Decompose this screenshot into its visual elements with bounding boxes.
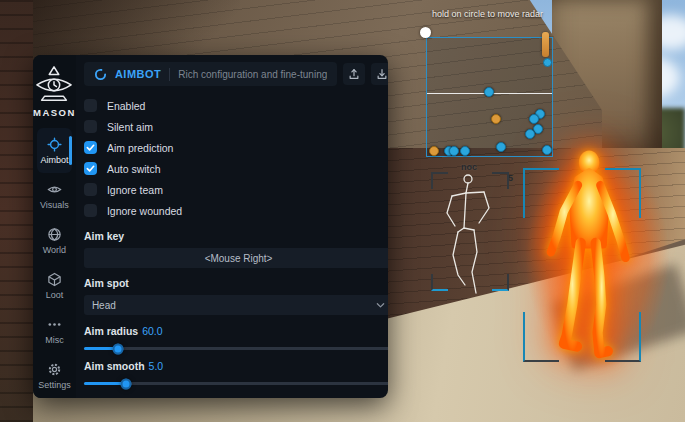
sidebar-item-settings[interactable]: Settings — [37, 353, 72, 398]
globe-icon — [47, 227, 62, 242]
slider-label: Aim radius60.0 — [84, 325, 388, 337]
gear-icon — [47, 362, 62, 377]
checkbox-aim-prediction[interactable] — [84, 141, 97, 154]
radar-dot-orange — [429, 146, 439, 156]
dots-icon — [47, 317, 62, 332]
toggle-label: Ignore wounded — [107, 205, 182, 217]
checkmark-icon — [86, 143, 95, 152]
slider-group: Aim radius60.0Aim smooth5.0 — [84, 315, 388, 389]
slider-value: 5.0 — [149, 360, 164, 372]
sidebar-item-label: World — [43, 245, 66, 255]
radar-hint-text: hold on circle to move radar — [432, 9, 592, 19]
checkbox-enabled[interactable] — [84, 99, 97, 112]
toggle-row-ignore-wounded[interactable]: Ignore wounded — [84, 200, 388, 221]
panel-header: AIMBOT Rich configuration and fine-tunin… — [84, 62, 337, 86]
aim-key-button[interactable]: <Mouse Right> — [84, 248, 388, 268]
radar-dot-blue — [460, 146, 470, 156]
bracket-corner — [523, 168, 559, 218]
sidebar-item-label: Loot — [46, 290, 64, 300]
left-brick-wall — [0, 0, 33, 422]
sidebar: MASON AimbotVisualsWorldLootMiscSettings — [33, 55, 76, 398]
radar-dot-orange — [491, 114, 501, 124]
sidebar-item-world[interactable]: World — [37, 218, 72, 263]
radar-drag-handle[interactable] — [420, 27, 431, 38]
aimbot-panel: AIMBOT Rich configuration and fine-tunin… — [76, 55, 388, 398]
panel-title: AIMBOT — [115, 68, 161, 80]
screenshot-root: hold on circle to move radar noc 5 — [0, 0, 685, 422]
sidebar-item-loot[interactable]: Loot — [37, 263, 72, 308]
sidebar-nav: AimbotVisualsWorldLootMiscSettings — [33, 128, 76, 398]
toggle-list: EnabledSilent aimAim predictionAuto swit… — [84, 95, 388, 221]
toggle-row-ignore-team[interactable]: Ignore team — [84, 179, 388, 200]
player-esp-box — [523, 168, 641, 362]
checkbox-auto-switch[interactable] — [84, 162, 97, 175]
radar-dot-blue — [484, 87, 494, 97]
radar-dot-blue — [449, 146, 459, 156]
aim-key-label: Aim key — [84, 230, 388, 242]
header-divider — [169, 68, 170, 81]
download-icon — [376, 68, 388, 80]
sidebar-item-label: Aimbot — [40, 155, 68, 165]
loot-indicator-bar — [542, 32, 549, 57]
export-config-button[interactable] — [343, 63, 365, 85]
radar-dot-blue — [542, 145, 552, 155]
bracket-corner — [605, 312, 641, 362]
toggle-row-enabled[interactable]: Enabled — [84, 95, 388, 116]
eye-icon — [47, 182, 62, 197]
checkbox-ignore-team[interactable] — [84, 183, 97, 196]
import-config-button[interactable] — [371, 63, 388, 85]
slider-knob[interactable] — [120, 378, 131, 389]
sidebar-item-visuals[interactable]: Visuals — [37, 173, 72, 218]
toggle-label: Auto switch — [107, 163, 161, 175]
radar[interactable] — [426, 37, 553, 157]
slider-aim-radius: Aim radius60.0 — [84, 325, 388, 350]
cube-icon — [47, 272, 62, 287]
checkmark-icon — [86, 164, 95, 173]
radar-dot-blue — [496, 142, 506, 152]
toggle-row-auto-switch[interactable]: Auto switch — [84, 158, 388, 179]
slider-track[interactable] — [84, 347, 388, 350]
sidebar-item-label: Misc — [45, 335, 64, 345]
slider-aim-smooth: Aim smooth5.0 — [84, 360, 388, 385]
panel-subtitle: Rich configuration and fine-tuning — [178, 69, 327, 80]
slider-label: Aim smooth5.0 — [84, 360, 388, 372]
bracket-corner — [523, 312, 559, 362]
brand-name: MASON — [33, 107, 76, 118]
skeleton-esp — [428, 168, 516, 298]
checkbox-ignore-wounded[interactable] — [84, 204, 97, 217]
sidebar-item-label: Settings — [38, 380, 71, 390]
toggle-label: Ignore team — [107, 184, 163, 196]
toggle-label: Silent aim — [107, 121, 153, 133]
spinner-icon — [94, 68, 107, 81]
sidebar-item-misc[interactable]: Misc — [37, 308, 72, 353]
cheat-menu-window: MASON AimbotVisualsWorldLootMiscSettings… — [33, 55, 388, 398]
player-indicator-dot — [543, 58, 552, 67]
sidebar-item-aimbot[interactable]: Aimbot — [37, 128, 72, 173]
checkbox-silent-aim[interactable] — [84, 120, 97, 133]
toggle-row-aim-prediction[interactable]: Aim prediction — [84, 137, 388, 158]
radar-dot-blue — [529, 114, 539, 124]
toggle-row-silent-aim[interactable]: Silent aim — [84, 116, 388, 137]
mason-logo-icon — [33, 65, 75, 103]
aim-spot-value: Head — [92, 300, 376, 311]
slider-knob[interactable] — [112, 343, 123, 354]
crosshair-icon — [47, 137, 62, 152]
aim-spot-label: Aim spot — [84, 277, 388, 289]
toggle-label: Enabled — [107, 100, 146, 112]
slider-value: 60.0 — [142, 325, 162, 337]
bracket-corner — [605, 168, 641, 218]
chevron-down-icon — [376, 301, 385, 310]
toggle-label: Aim prediction — [107, 142, 174, 154]
slider-track[interactable] — [84, 382, 388, 385]
radar-dot-blue — [525, 129, 535, 139]
upload-icon — [348, 68, 360, 80]
aim-spot-dropdown[interactable]: Head — [84, 295, 388, 315]
sidebar-item-label: Visuals — [40, 200, 69, 210]
